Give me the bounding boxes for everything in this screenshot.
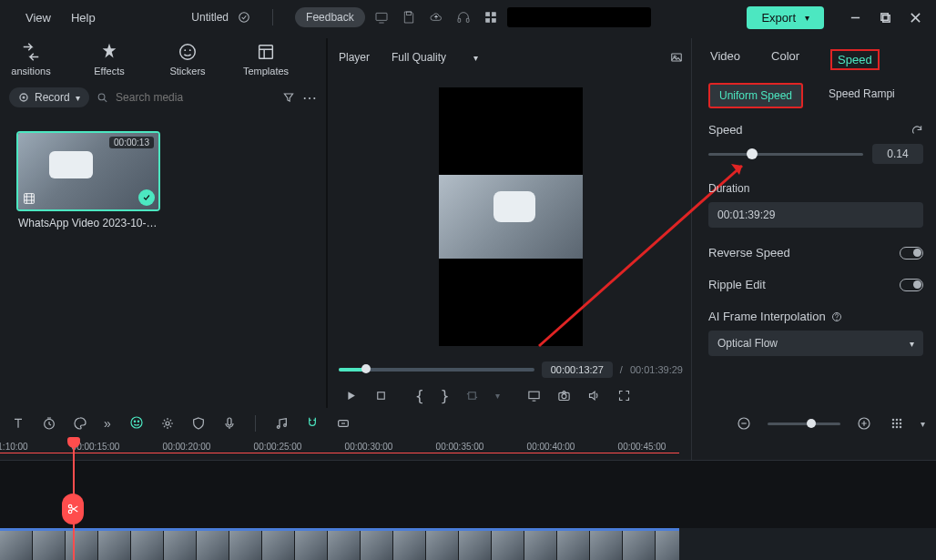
duration-field[interactable]: 00:01:39:29 [708,202,923,228]
menu-view[interactable]: View [25,11,51,25]
svg-point-46 [892,426,893,427]
svg-rect-7 [485,18,489,22]
timer-icon[interactable] [42,416,56,431]
stop-icon[interactable] [374,389,388,402]
speed-label: Speed [708,123,743,137]
svg-point-48 [900,426,900,427]
svg-point-45 [900,423,900,423]
subtab-uniform-speed[interactable]: Uniform Speed [708,83,803,108]
svg-point-40 [892,419,893,420]
camera-icon[interactable] [557,389,571,402]
search-input[interactable] [116,91,275,104]
player-panel: Player Full Quality▾ [326,38,696,408]
maximize-icon[interactable] [880,12,891,24]
tab-video[interactable]: Video [710,49,740,70]
player-progress-slider[interactable] [339,368,534,372]
grid-apps-icon[interactable] [483,10,498,25]
palette-icon[interactable] [73,416,87,431]
speed-value[interactable]: 0.14 [872,144,923,164]
ripple-edit-label: Ripple Edit [708,278,766,291]
inspector-panel: Video Color Speed Uniform Speed Speed Ra… [696,38,936,408]
minimize-icon[interactable] [850,12,861,24]
player-canvas[interactable] [439,87,583,346]
more-icon[interactable]: ⋯ [302,89,317,107]
filter-icon[interactable] [282,91,295,104]
svg-point-33 [166,422,169,425]
tab-effects[interactable]: Effects [84,42,135,76]
snapshot-icon[interactable] [670,51,683,64]
svg-rect-5 [485,13,489,16]
svg-point-26 [562,394,566,399]
speed-slider[interactable] [708,153,863,156]
main-menu: View Help [7,11,96,25]
export-button[interactable]: Export ▾ [747,6,824,29]
reset-icon[interactable] [911,124,923,137]
video-track[interactable] [0,528,936,560]
reverse-speed-toggle[interactable] [900,247,923,260]
svg-rect-6 [492,13,495,16]
tab-stickers[interactable]: Stickers [162,42,213,76]
microphone-icon[interactable] [222,416,237,431]
play-icon[interactable] [344,389,358,402]
grid-dots-icon[interactable] [890,416,904,431]
pencil-check-icon[interactable] [238,11,250,24]
close-icon[interactable] [910,12,921,24]
svg-point-47 [896,426,897,427]
svg-rect-8 [492,18,495,22]
feedback-button[interactable]: Feedback [295,7,365,27]
timeline-clip[interactable] [0,528,679,560]
help-icon[interactable] [831,311,842,322]
display-icon[interactable] [527,389,541,402]
zoom-slider[interactable] [768,423,840,425]
media-panel: ansitions Effects Stickers Templates Rec… [0,38,326,408]
svg-point-36 [283,424,286,427]
menu-help[interactable]: Help [71,11,96,25]
fullscreen-icon[interactable] [617,389,631,402]
clip-duration-badge: 00:00:13 [109,137,154,148]
more-tools-icon[interactable]: » [104,416,111,431]
zoom-in-icon[interactable] [857,416,871,431]
zoom-out-icon[interactable] [737,416,751,431]
ai-face-icon[interactable] [129,415,144,430]
headphones-icon[interactable] [456,10,471,25]
titlebar: View Help Untitled Feedback Export ▾ [0,0,936,35]
ai-frame-interpolation-label: AI Frame Interpolation [708,310,826,323]
ripple-edit-toggle[interactable] [900,279,923,291]
mark-in-icon[interactable]: { [415,387,424,404]
svg-rect-1 [376,13,387,20]
svg-rect-18 [25,194,35,204]
media-clip[interactable]: 00:00:13 WhatsApp Video 2023-10-05... [16,131,160,235]
svg-rect-22 [378,392,385,400]
timeline-ruler[interactable]: 1:10:00 00:00:15:00 00:00:20:00 00:00:25… [0,439,936,461]
svg-point-43 [892,423,893,423]
cloud-icon[interactable] [429,10,443,25]
ai-fi-dropdown[interactable]: Optical Flow ▾ [708,331,923,356]
svg-point-30 [131,417,142,428]
player-label: Player [339,51,370,64]
tab-transitions[interactable]: ansitions [5,42,56,76]
link-border-icon[interactable] [336,416,351,431]
quality-dropdown[interactable]: Full Quality▾ [392,51,478,64]
svg-rect-14 [259,46,273,59]
screen-icon[interactable] [374,10,389,25]
scissors-cut-button[interactable] [62,494,84,524]
film-icon [22,191,36,206]
text-tool-icon[interactable] [11,416,25,431]
tab-color[interactable]: Color [771,49,799,70]
music-icon[interactable] [274,416,289,431]
shield-icon[interactable] [191,416,206,431]
save-icon[interactable] [402,10,416,25]
tab-speed[interactable]: Speed [830,49,880,70]
crop-icon[interactable] [465,389,479,402]
volume-icon[interactable] [587,389,601,402]
svg-rect-23 [469,392,476,400]
sparkle-icon[interactable] [160,416,175,431]
record-button[interactable]: Record ▾ [9,87,89,107]
mark-out-icon[interactable]: } [441,387,450,404]
svg-rect-24 [529,392,539,399]
magnet-icon[interactable] [305,415,320,430]
svg-point-35 [277,426,280,429]
svg-point-28 [836,319,837,320]
subtab-speed-ramping[interactable]: Speed Ramping [819,83,894,108]
tab-templates[interactable]: Templates [240,42,291,76]
